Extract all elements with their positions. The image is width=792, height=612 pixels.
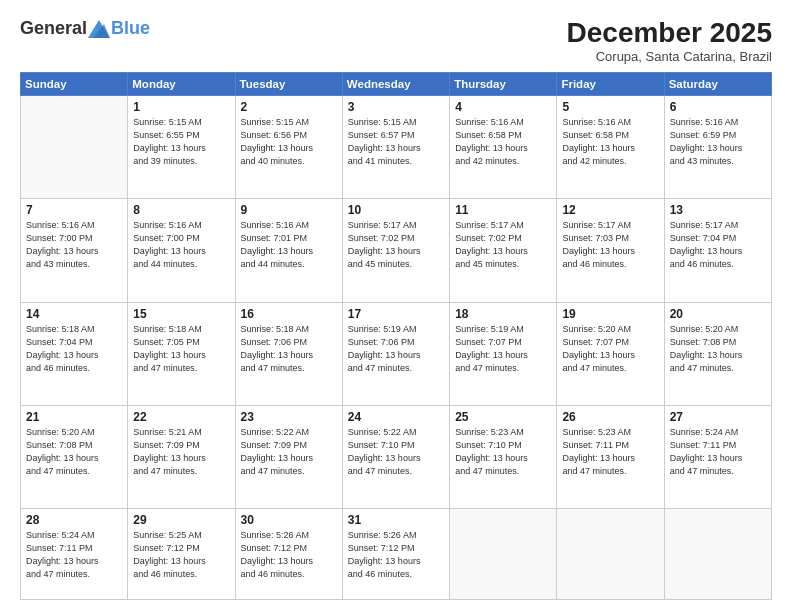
cell-content: Sunrise: 5:15 AMSunset: 6:56 PMDaylight:… xyxy=(241,116,337,168)
day-number: 6 xyxy=(670,100,766,114)
cell-content: Sunrise: 5:16 AMSunset: 7:00 PMDaylight:… xyxy=(26,219,122,271)
calendar-week-row: 14Sunrise: 5:18 AMSunset: 7:04 PMDayligh… xyxy=(21,302,772,405)
day-number: 15 xyxy=(133,307,229,321)
calendar-cell xyxy=(664,509,771,600)
cell-content: Sunrise: 5:17 AMSunset: 7:03 PMDaylight:… xyxy=(562,219,658,271)
calendar-cell: 11Sunrise: 5:17 AMSunset: 7:02 PMDayligh… xyxy=(450,199,557,302)
cell-content: Sunrise: 5:20 AMSunset: 7:08 PMDaylight:… xyxy=(26,426,122,478)
day-number: 25 xyxy=(455,410,551,424)
logo: General Blue xyxy=(20,18,150,39)
calendar-cell: 23Sunrise: 5:22 AMSunset: 7:09 PMDayligh… xyxy=(235,405,342,508)
cell-content: Sunrise: 5:20 AMSunset: 7:08 PMDaylight:… xyxy=(670,323,766,375)
cell-content: Sunrise: 5:18 AMSunset: 7:04 PMDaylight:… xyxy=(26,323,122,375)
calendar-cell: 24Sunrise: 5:22 AMSunset: 7:10 PMDayligh… xyxy=(342,405,449,508)
month-title: December 2025 xyxy=(567,18,772,49)
title-block: December 2025 Corupa, Santa Catarina, Br… xyxy=(567,18,772,64)
day-header-wednesday: Wednesday xyxy=(342,72,449,95)
calendar-cell: 30Sunrise: 5:26 AMSunset: 7:12 PMDayligh… xyxy=(235,509,342,600)
day-number: 21 xyxy=(26,410,122,424)
day-number: 22 xyxy=(133,410,229,424)
subtitle: Corupa, Santa Catarina, Brazil xyxy=(567,49,772,64)
day-number: 14 xyxy=(26,307,122,321)
cell-content: Sunrise: 5:16 AMSunset: 7:01 PMDaylight:… xyxy=(241,219,337,271)
calendar-cell: 8Sunrise: 5:16 AMSunset: 7:00 PMDaylight… xyxy=(128,199,235,302)
calendar-cell: 22Sunrise: 5:21 AMSunset: 7:09 PMDayligh… xyxy=(128,405,235,508)
cell-content: Sunrise: 5:17 AMSunset: 7:04 PMDaylight:… xyxy=(670,219,766,271)
calendar-cell: 28Sunrise: 5:24 AMSunset: 7:11 PMDayligh… xyxy=(21,509,128,600)
cell-content: Sunrise: 5:15 AMSunset: 6:57 PMDaylight:… xyxy=(348,116,444,168)
day-number: 12 xyxy=(562,203,658,217)
cell-content: Sunrise: 5:22 AMSunset: 7:09 PMDaylight:… xyxy=(241,426,337,478)
calendar-cell: 6Sunrise: 5:16 AMSunset: 6:59 PMDaylight… xyxy=(664,95,771,198)
calendar-week-row: 21Sunrise: 5:20 AMSunset: 7:08 PMDayligh… xyxy=(21,405,772,508)
calendar-cell: 25Sunrise: 5:23 AMSunset: 7:10 PMDayligh… xyxy=(450,405,557,508)
calendar-cell: 31Sunrise: 5:26 AMSunset: 7:12 PMDayligh… xyxy=(342,509,449,600)
calendar-cell: 7Sunrise: 5:16 AMSunset: 7:00 PMDaylight… xyxy=(21,199,128,302)
calendar-cell: 20Sunrise: 5:20 AMSunset: 7:08 PMDayligh… xyxy=(664,302,771,405)
header: General Blue December 2025 Corupa, Santa… xyxy=(20,18,772,64)
cell-content: Sunrise: 5:24 AMSunset: 7:11 PMDaylight:… xyxy=(26,529,122,581)
calendar-cell: 19Sunrise: 5:20 AMSunset: 7:07 PMDayligh… xyxy=(557,302,664,405)
day-number: 16 xyxy=(241,307,337,321)
calendar-cell: 17Sunrise: 5:19 AMSunset: 7:06 PMDayligh… xyxy=(342,302,449,405)
calendar-cell: 1Sunrise: 5:15 AMSunset: 6:55 PMDaylight… xyxy=(128,95,235,198)
day-number: 1 xyxy=(133,100,229,114)
cell-content: Sunrise: 5:16 AMSunset: 7:00 PMDaylight:… xyxy=(133,219,229,271)
logo-text: General Blue xyxy=(20,18,150,39)
calendar-cell: 18Sunrise: 5:19 AMSunset: 7:07 PMDayligh… xyxy=(450,302,557,405)
day-number: 2 xyxy=(241,100,337,114)
calendar-cell: 29Sunrise: 5:25 AMSunset: 7:12 PMDayligh… xyxy=(128,509,235,600)
day-number: 10 xyxy=(348,203,444,217)
calendar-cell xyxy=(21,95,128,198)
day-number: 5 xyxy=(562,100,658,114)
cell-content: Sunrise: 5:17 AMSunset: 7:02 PMDaylight:… xyxy=(455,219,551,271)
calendar-cell: 13Sunrise: 5:17 AMSunset: 7:04 PMDayligh… xyxy=(664,199,771,302)
calendar-cell: 15Sunrise: 5:18 AMSunset: 7:05 PMDayligh… xyxy=(128,302,235,405)
day-number: 23 xyxy=(241,410,337,424)
cell-content: Sunrise: 5:26 AMSunset: 7:12 PMDaylight:… xyxy=(241,529,337,581)
day-number: 29 xyxy=(133,513,229,527)
day-number: 24 xyxy=(348,410,444,424)
logo-general: General xyxy=(20,18,87,39)
day-number: 8 xyxy=(133,203,229,217)
calendar-cell: 27Sunrise: 5:24 AMSunset: 7:11 PMDayligh… xyxy=(664,405,771,508)
cell-content: Sunrise: 5:18 AMSunset: 7:06 PMDaylight:… xyxy=(241,323,337,375)
cell-content: Sunrise: 5:21 AMSunset: 7:09 PMDaylight:… xyxy=(133,426,229,478)
cell-content: Sunrise: 5:26 AMSunset: 7:12 PMDaylight:… xyxy=(348,529,444,581)
day-number: 4 xyxy=(455,100,551,114)
calendar-cell: 16Sunrise: 5:18 AMSunset: 7:06 PMDayligh… xyxy=(235,302,342,405)
day-number: 27 xyxy=(670,410,766,424)
day-header-thursday: Thursday xyxy=(450,72,557,95)
calendar-cell: 9Sunrise: 5:16 AMSunset: 7:01 PMDaylight… xyxy=(235,199,342,302)
day-number: 17 xyxy=(348,307,444,321)
cell-content: Sunrise: 5:16 AMSunset: 6:58 PMDaylight:… xyxy=(562,116,658,168)
calendar-week-row: 1Sunrise: 5:15 AMSunset: 6:55 PMDaylight… xyxy=(21,95,772,198)
calendar-cell: 2Sunrise: 5:15 AMSunset: 6:56 PMDaylight… xyxy=(235,95,342,198)
day-number: 30 xyxy=(241,513,337,527)
cell-content: Sunrise: 5:25 AMSunset: 7:12 PMDaylight:… xyxy=(133,529,229,581)
day-number: 20 xyxy=(670,307,766,321)
calendar-table: SundayMondayTuesdayWednesdayThursdayFrid… xyxy=(20,72,772,600)
day-number: 11 xyxy=(455,203,551,217)
day-number: 19 xyxy=(562,307,658,321)
cell-content: Sunrise: 5:18 AMSunset: 7:05 PMDaylight:… xyxy=(133,323,229,375)
calendar-cell: 21Sunrise: 5:20 AMSunset: 7:08 PMDayligh… xyxy=(21,405,128,508)
cell-content: Sunrise: 5:23 AMSunset: 7:10 PMDaylight:… xyxy=(455,426,551,478)
calendar-cell: 10Sunrise: 5:17 AMSunset: 7:02 PMDayligh… xyxy=(342,199,449,302)
day-number: 26 xyxy=(562,410,658,424)
calendar-week-row: 7Sunrise: 5:16 AMSunset: 7:00 PMDaylight… xyxy=(21,199,772,302)
page: General Blue December 2025 Corupa, Santa… xyxy=(0,0,792,612)
calendar-cell: 26Sunrise: 5:23 AMSunset: 7:11 PMDayligh… xyxy=(557,405,664,508)
calendar-cell xyxy=(557,509,664,600)
calendar-week-row: 28Sunrise: 5:24 AMSunset: 7:11 PMDayligh… xyxy=(21,509,772,600)
cell-content: Sunrise: 5:17 AMSunset: 7:02 PMDaylight:… xyxy=(348,219,444,271)
calendar-cell: 5Sunrise: 5:16 AMSunset: 6:58 PMDaylight… xyxy=(557,95,664,198)
day-number: 13 xyxy=(670,203,766,217)
cell-content: Sunrise: 5:19 AMSunset: 7:06 PMDaylight:… xyxy=(348,323,444,375)
calendar-cell: 3Sunrise: 5:15 AMSunset: 6:57 PMDaylight… xyxy=(342,95,449,198)
cell-content: Sunrise: 5:16 AMSunset: 6:58 PMDaylight:… xyxy=(455,116,551,168)
day-number: 31 xyxy=(348,513,444,527)
calendar-header-row: SundayMondayTuesdayWednesdayThursdayFrid… xyxy=(21,72,772,95)
day-header-sunday: Sunday xyxy=(21,72,128,95)
day-number: 9 xyxy=(241,203,337,217)
